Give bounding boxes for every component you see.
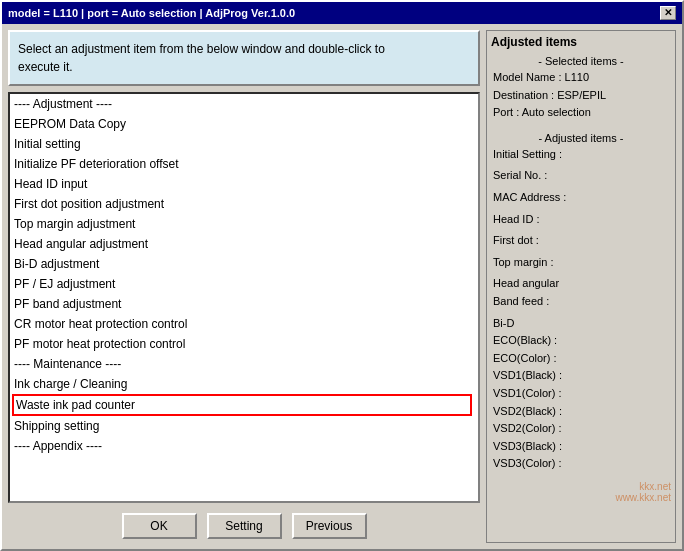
list-item[interactable]: ---- Adjustment ---- <box>10 94 478 114</box>
model-name-field: Model Name : L110 <box>491 69 671 87</box>
selected-items-header: - Selected items - <box>491 55 671 67</box>
list-item[interactable]: Top margin adjustment <box>10 214 478 234</box>
list-item[interactable]: ---- Appendix ---- <box>10 436 478 456</box>
title-bar: model = L110 | port = Auto selection | A… <box>2 2 682 24</box>
waste-ink-item[interactable]: Waste ink pad counter <box>12 394 472 416</box>
right-panel: Adjusted items - Selected items - Model … <box>486 30 676 543</box>
port-field: Port : Auto selection <box>491 104 671 122</box>
eco-color-field: ECO(Color) : <box>491 350 671 368</box>
band-feed-field: Band feed : <box>491 293 671 311</box>
list-item[interactable]: ---- Maintenance ---- <box>10 354 478 374</box>
serial-no-field: Serial No. : <box>491 167 671 185</box>
eco-black-field: ECO(Black) : <box>491 332 671 350</box>
vsd2-color-field: VSD2(Color) : <box>491 420 671 438</box>
list-item[interactable]: Head ID input <box>10 174 478 194</box>
top-margin-field: Top margin : <box>491 254 671 272</box>
adjusted-items-subheader: - Adjusted items - <box>491 132 671 144</box>
window-title: model = L110 | port = Auto selection | A… <box>8 7 295 19</box>
first-dot-field: First dot : <box>491 232 671 250</box>
vsd3-color-field: VSD3(Color) : <box>491 455 671 473</box>
mac-address-field: MAC Address : <box>491 189 671 207</box>
setting-button[interactable]: Setting <box>207 513 282 539</box>
list-item[interactable]: EEPROM Data Copy <box>10 114 478 134</box>
head-id-field: Head ID : <box>491 211 671 229</box>
close-button[interactable]: ✕ <box>660 6 676 20</box>
list-item[interactable]: Initialize PF deterioration offset <box>10 154 478 174</box>
content-area: Select an adjustment item from the below… <box>2 24 682 549</box>
adjustment-list[interactable]: ---- Adjustment ---- EEPROM Data Copy In… <box>10 94 478 501</box>
list-item[interactable]: PF motor heat protection control <box>10 334 478 354</box>
list-item[interactable]: PF band adjustment <box>10 294 478 314</box>
head-angular-field: Head angular <box>491 275 671 293</box>
list-item[interactable]: Shipping setting <box>10 416 478 436</box>
list-item[interactable]: Head angular adjustment <box>10 234 478 254</box>
info-line2: execute it. <box>18 60 73 74</box>
info-line1: Select an adjustment item from the below… <box>18 42 385 56</box>
list-item[interactable]: First dot position adjustment <box>10 194 478 214</box>
list-item[interactable]: PF / EJ adjustment <box>10 274 478 294</box>
bi-d-field: Bi-D <box>491 315 671 333</box>
info-box: Select an adjustment item from the below… <box>8 30 480 86</box>
main-window: model = L110 | port = Auto selection | A… <box>0 0 684 551</box>
vsd2-black-field: VSD2(Black) : <box>491 403 671 421</box>
watermark-line1: kkx.net <box>491 481 671 492</box>
list-item[interactable]: Ink charge / Cleaning <box>10 374 478 394</box>
vsd1-color-field: VSD1(Color) : <box>491 385 671 403</box>
list-item[interactable]: Initial setting <box>10 134 478 154</box>
title-bar-controls: ✕ <box>660 6 676 20</box>
destination-field: Destination : ESP/EPIL <box>491 87 671 105</box>
button-row: OK Setting Previous <box>8 509 480 543</box>
initial-setting-field: Initial Setting : <box>491 146 671 164</box>
watermark-line2: www.kkx.net <box>491 492 671 503</box>
vsd1-black-field: VSD1(Black) : <box>491 367 671 385</box>
adjusted-items-title: Adjusted items <box>491 35 671 49</box>
adjustment-list-container: ---- Adjustment ---- EEPROM Data Copy In… <box>8 92 480 503</box>
previous-button[interactable]: Previous <box>292 513 367 539</box>
ok-button[interactable]: OK <box>122 513 197 539</box>
list-item[interactable]: Bi-D adjustment <box>10 254 478 274</box>
vsd3-black-field: VSD3(Black) : <box>491 438 671 456</box>
watermark: kkx.net www.kkx.net <box>491 481 671 503</box>
list-item[interactable]: CR motor heat protection control <box>10 314 478 334</box>
left-panel: Select an adjustment item from the below… <box>8 30 480 543</box>
